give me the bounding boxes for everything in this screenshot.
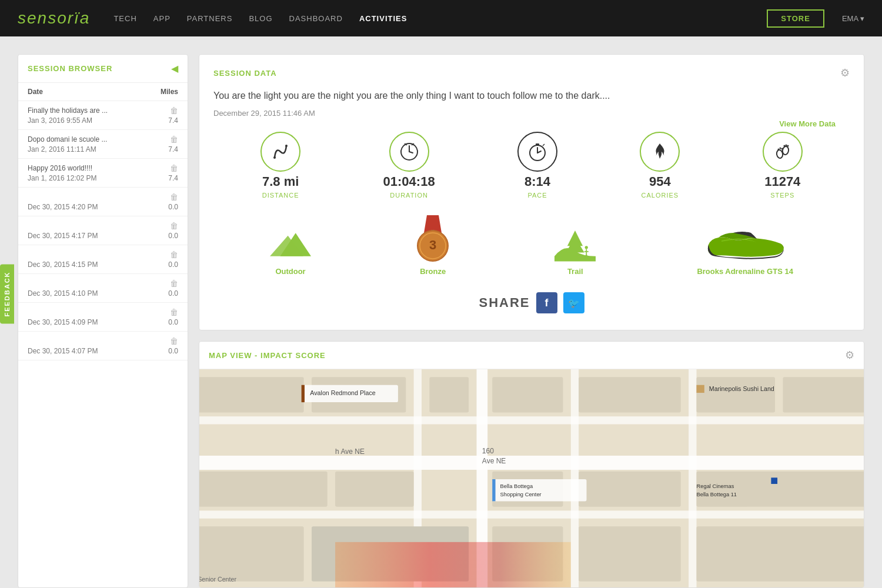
logo-dot: ï — [74, 9, 80, 27]
delete-icon[interactable]: 🗑 — [170, 279, 178, 288]
list-item[interactable]: 🗑 Dec 30, 2015 4:15 PM 0.0 — [18, 245, 188, 274]
calories-value: 954 — [649, 175, 671, 188]
delete-icon[interactable]: 🗑 — [170, 192, 178, 202]
duration-icon-circle — [389, 132, 429, 172]
nav-app[interactable]: APP — [153, 14, 171, 23]
sidebar-title: SESSION BROWSER — [28, 64, 112, 73]
session-miles: 0.0 — [168, 289, 178, 298]
nav-dashboard[interactable]: DASHBOARD — [289, 14, 343, 23]
distance-icon-circle — [260, 132, 300, 172]
svg-rect-67 — [492, 479, 586, 501]
svg-text:3: 3 — [429, 238, 436, 252]
list-item[interactable]: Finally the holidays are ... 🗑 Jan 3, 20… — [18, 101, 188, 130]
session-miles: 7.4 — [168, 174, 178, 182]
svg-rect-46 — [579, 377, 681, 412]
svg-rect-52 — [579, 472, 681, 507]
list-item[interactable]: 🗑 Dec 30, 2015 4:20 PM 0.0 — [18, 188, 188, 216]
delete-icon[interactable]: 🗑 — [170, 163, 178, 173]
store-button[interactable]: STORE — [767, 9, 824, 28]
settings-icon[interactable]: ⚙ — [840, 66, 850, 79]
delete-icon[interactable]: 🗑 — [170, 308, 178, 317]
svg-point-17 — [783, 145, 785, 147]
svg-rect-49 — [199, 472, 328, 507]
svg-point-13 — [782, 146, 789, 155]
svg-rect-35 — [199, 456, 864, 470]
session-browser: SESSION BROWSER ◀ Date Miles Finally the… — [18, 54, 188, 588]
svg-point-18 — [785, 145, 787, 146]
nav-tech[interactable]: TECH — [113, 14, 136, 23]
svg-rect-50 — [335, 472, 414, 507]
nav-blog[interactable]: BLOG — [249, 14, 272, 23]
session-data-panel: SESSION DATA ⚙ You are the light you are… — [199, 54, 864, 330]
navigation: sensorïa TECH APP PARTNERS BLOG DASHBOAR… — [0, 0, 882, 36]
col-headers: Date Miles — [18, 83, 188, 101]
share-twitter-button[interactable]: 🐦 — [563, 292, 584, 313]
svg-text:Shopping Center: Shopping Center — [500, 492, 542, 497]
calories-label: CALORIES — [642, 192, 679, 199]
sidebar-header: SESSION BROWSER ◀ — [18, 55, 188, 83]
delete-icon[interactable]: 🗑 — [170, 106, 178, 115]
panel-header: SESSION DATA ⚙ — [213, 66, 850, 79]
svg-line-11 — [543, 144, 544, 146]
session-quote: You are the light you are the night you … — [213, 89, 850, 103]
svg-rect-45 — [492, 377, 563, 412]
route-icon — [270, 141, 291, 162]
outdoor-icon — [270, 227, 311, 262]
badge-outdoor: Outdoor — [270, 227, 311, 276]
session-date: Dec 30, 2015 4:09 PM — [28, 318, 98, 326]
footprint-icon — [772, 141, 793, 162]
svg-rect-42 — [199, 377, 304, 412]
main-content: SESSION DATA ⚙ You are the light you are… — [199, 54, 864, 588]
session-data-title: SESSION DATA — [213, 69, 277, 78]
map-settings-icon[interactable]: ⚙ — [845, 349, 854, 362]
list-item[interactable]: 🗑 Dec 30, 2015 4:17 PM 0.0 — [18, 216, 188, 245]
svg-text:rmond Senior Center: rmond Senior Center — [199, 576, 236, 583]
collapse-arrow[interactable]: ◀ — [171, 63, 178, 74]
list-item[interactable]: Happy 2016 world!!!! 🗑 Jan 1, 2016 12:02… — [18, 159, 188, 188]
session-name — [28, 337, 170, 345]
session-name — [28, 308, 170, 316]
session-date: Dec 30, 2015 4:10 PM — [28, 289, 98, 298]
quote-section: You are the light you are the night you … — [213, 89, 850, 103]
delete-icon[interactable]: 🗑 — [170, 336, 178, 346]
feedback-tab[interactable]: FEEDBACK — [0, 264, 14, 323]
svg-text:Regal Cinemas: Regal Cinemas — [697, 483, 734, 489]
svg-point-28 — [585, 246, 588, 249]
delete-icon[interactable]: 🗑 — [170, 250, 178, 259]
nav-activities[interactable]: ACTIVITIES — [359, 14, 407, 23]
svg-text:Marinepolis Sushi Land: Marinepolis Sushi Land — [709, 385, 774, 392]
delete-icon[interactable]: 🗑 — [170, 221, 178, 230]
logo-text: sensorïa — [18, 9, 90, 27]
session-name: Dopo domani le scuole ... — [28, 135, 170, 143]
share-facebook-button[interactable]: f — [536, 292, 557, 313]
calories-icon-circle — [640, 132, 680, 172]
svg-rect-38 — [199, 510, 864, 518]
page-body: SESSION BROWSER ◀ Date Miles Finally the… — [0, 36, 882, 588]
share-text: SHARE — [479, 295, 530, 310]
map-panel: MAP VIEW - IMPACT SCORE ⚙ — [199, 341, 864, 588]
view-more-link[interactable]: View More Data — [779, 119, 836, 128]
session-date: Dec 30, 2015 4:17 PM — [28, 232, 98, 240]
steps-value: 11274 — [764, 175, 800, 188]
svg-text:Bella Bottega: Bella Bottega — [500, 483, 533, 489]
duration-value: 01:04:18 — [383, 175, 435, 188]
nav-partners[interactable]: PARTNERS — [187, 14, 233, 23]
list-item[interactable]: 🗑 Dec 30, 2015 4:07 PM 0.0 — [18, 332, 188, 360]
pace-label: PACE — [527, 192, 547, 199]
feedback-label[interactable]: FEEDBACK — [0, 264, 14, 323]
badge-trail: Trail — [554, 227, 596, 276]
session-miles: 0.0 — [168, 260, 178, 269]
map-view[interactable]: 160 Ave NE h Ave NE Avalon Redmond Place… — [199, 369, 864, 588]
svg-rect-73 — [771, 477, 777, 484]
delete-icon[interactable]: 🗑 — [170, 135, 178, 144]
svg-rect-63 — [302, 385, 305, 402]
session-date: Jan 3, 2016 9:55 AM — [28, 116, 92, 125]
list-item[interactable]: 🗑 Dec 30, 2015 4:10 PM 0.0 — [18, 274, 188, 303]
svg-line-4 — [409, 152, 413, 153]
stat-distance: 7.8 mi DISTANCE — [260, 132, 300, 199]
list-item[interactable]: Dopo domani le scuole ... 🗑 Jan 2, 2016 … — [18, 130, 188, 159]
list-item[interactable]: 🗑 Dec 30, 2015 4:09 PM 0.0 — [18, 303, 188, 332]
nav-links: TECH APP PARTNERS BLOG DASHBOARD ACTIVIT… — [113, 14, 767, 23]
user-menu[interactable]: EMA ▾ — [842, 14, 864, 23]
svg-text:160: 160 — [482, 447, 494, 455]
